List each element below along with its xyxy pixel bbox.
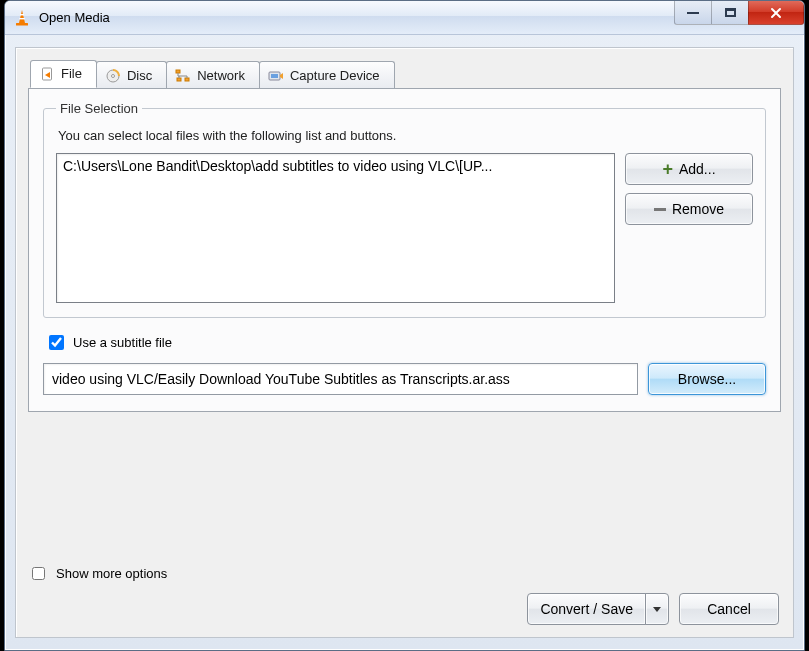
tab-network-label: Network	[197, 68, 245, 83]
file-list-item[interactable]: C:\Users\Lone Bandit\Desktop\add subtitl…	[63, 158, 608, 174]
cancel-button[interactable]: Cancel	[679, 593, 779, 625]
remove-file-button[interactable]: Remove	[625, 193, 753, 225]
file-selection-legend: File Selection	[56, 101, 142, 116]
minus-icon	[654, 208, 666, 211]
svg-rect-1	[19, 18, 24, 19]
browse-subtitle-button[interactable]: Browse...	[648, 363, 766, 395]
tab-file-label: File	[61, 66, 82, 81]
browse-label: Browse...	[678, 371, 736, 387]
dialog-body: File Disc Network Capture Device File Se…	[15, 47, 794, 638]
tab-capture-device[interactable]: Capture Device	[259, 61, 395, 89]
svg-rect-2	[16, 23, 28, 25]
svg-rect-6	[176, 70, 180, 73]
tab-capture-label: Capture Device	[290, 68, 380, 83]
tab-panel-file: File Selection You can select local file…	[28, 88, 781, 412]
file-selection-group: File Selection You can select local file…	[43, 101, 766, 318]
file-selection-hint: You can select local files with the foll…	[58, 128, 753, 143]
file-icon	[39, 66, 55, 82]
convert-save-split-button: Convert / Save	[527, 593, 669, 625]
window-title: Open Media	[39, 10, 110, 25]
tab-strip: File Disc Network Capture Device	[16, 48, 793, 88]
use-subtitle-checkbox[interactable]	[49, 335, 64, 350]
plus-icon: +	[662, 160, 673, 178]
svg-rect-7	[177, 78, 181, 81]
subtitle-path-input[interactable]	[43, 363, 638, 395]
network-icon	[175, 68, 191, 84]
remove-file-label: Remove	[672, 201, 724, 217]
cancel-label: Cancel	[707, 601, 751, 617]
tab-disc-label: Disc	[127, 68, 152, 83]
convert-save-dropdown[interactable]	[645, 593, 669, 625]
tab-network[interactable]: Network	[166, 61, 260, 89]
add-file-label: Add...	[679, 161, 716, 177]
open-media-window: Open Media File Disc Network	[4, 0, 805, 651]
disc-icon	[105, 68, 121, 84]
minimize-button[interactable]	[674, 1, 712, 25]
show-more-options-checkbox[interactable]	[32, 567, 45, 580]
svg-point-5	[111, 74, 114, 77]
close-button[interactable]	[748, 1, 804, 25]
svg-rect-10	[271, 74, 278, 78]
use-subtitle-label: Use a subtitle file	[73, 335, 172, 350]
titlebar[interactable]: Open Media	[5, 1, 804, 35]
add-file-button[interactable]: + Add...	[625, 153, 753, 185]
window-controls	[675, 1, 804, 25]
maximize-button[interactable]	[711, 1, 749, 25]
convert-save-button[interactable]: Convert / Save	[527, 593, 646, 625]
vlc-cone-icon	[13, 9, 31, 27]
capture-icon	[268, 68, 284, 84]
convert-save-label: Convert / Save	[540, 601, 633, 617]
tab-file[interactable]: File	[30, 60, 97, 88]
tab-disc[interactable]: Disc	[96, 61, 167, 89]
show-more-options-label: Show more options	[56, 566, 167, 581]
svg-rect-0	[20, 14, 24, 15]
file-list[interactable]: C:\Users\Lone Bandit\Desktop\add subtitl…	[56, 153, 615, 303]
svg-rect-8	[185, 78, 189, 81]
chevron-down-icon	[653, 607, 661, 612]
